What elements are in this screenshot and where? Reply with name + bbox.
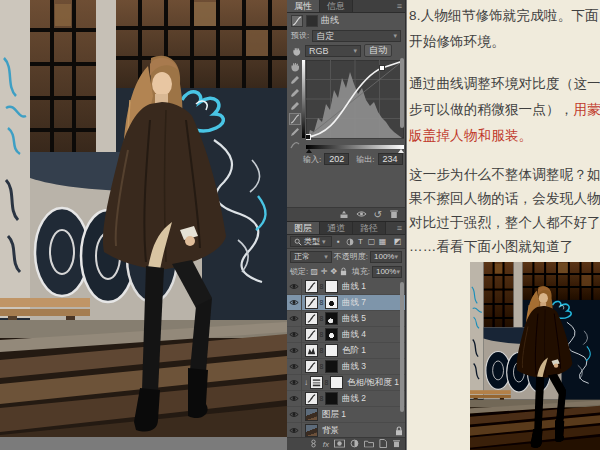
curves-adjustment-icon (291, 15, 303, 27)
layer-mask-thumbnail[interactable] (325, 280, 338, 293)
layer-row[interactable]: ↓ 8 色相/饱和度 1 (287, 375, 405, 391)
layer-row[interactable]: 8 曲线 3 (287, 359, 405, 375)
edit-points-icon[interactable] (290, 114, 300, 124)
layers-panel-menu-icon[interactable]: ≡ (394, 222, 405, 234)
fill-label: 填充: (352, 266, 370, 277)
curves-thumbnail[interactable] (305, 296, 318, 309)
auto-button[interactable]: 自动 (364, 44, 392, 57)
lock-position-icon[interactable]: ✥ (330, 267, 338, 276)
tutorial-line: 果不擦回人物的话，会发现人物 (407, 187, 600, 211)
layer-row[interactable]: 8 曲线 1 (287, 279, 405, 295)
layer-row[interactable]: 图层 1 (287, 407, 405, 423)
tab-channels[interactable]: 通道 (320, 222, 353, 234)
eye-icon[interactable] (287, 375, 302, 391)
layer-filter-dropdown[interactable]: 类型 ▾ (290, 236, 332, 247)
add-mask-icon[interactable] (334, 439, 345, 450)
channel-dropdown[interactable]: RGB▾ (305, 45, 361, 57)
delete-layer-icon[interactable] (392, 439, 401, 450)
tab-properties[interactable]: 属性 (287, 0, 320, 12)
preset-dropdown[interactable]: 自定▾ (312, 30, 401, 42)
eye-icon[interactable] (287, 391, 302, 407)
hue-saturation-thumbnail[interactable] (310, 376, 323, 389)
lock-transparent-icon[interactable]: ▨ (310, 267, 318, 276)
eye-icon[interactable] (287, 279, 302, 295)
output-value[interactable]: 234 (378, 153, 403, 165)
pencil-tool-icon[interactable] (290, 127, 300, 137)
contrast-preview-photo (470, 262, 600, 450)
curve-grid[interactable] (306, 60, 404, 150)
tab-paths[interactable]: 路径 (353, 222, 386, 234)
curves-thumbnail[interactable] (305, 280, 318, 293)
link-icon: 8 (318, 347, 325, 354)
filter-shape-icon[interactable]: ▢ (367, 237, 376, 246)
curves-thumbnail[interactable] (305, 328, 318, 341)
layer-row-selected[interactable]: 8 曲线 7 (287, 295, 405, 311)
curves-thumbnail[interactable] (305, 360, 318, 373)
tutorial-line: 开始修饰环境。 (407, 29, 600, 55)
tutorial-text-pane: 8.人物细节修饰就完成啦。下面 开始修饰环境。 通过曲线调整环境对比度（这一 步… (407, 0, 600, 450)
eye-icon[interactable] (287, 407, 302, 423)
layers-scrollbar[interactable] (400, 282, 404, 412)
targeted-adjustment-icon[interactable] (291, 45, 302, 56)
layer-mask-thumbnail[interactable] (325, 296, 338, 309)
layer-mask-thumbnail[interactable] (325, 328, 338, 341)
levels-thumbnail[interactable] (305, 344, 318, 357)
layer-mask-thumbnail[interactable] (330, 376, 343, 389)
main-photo (0, 0, 287, 437)
eye-icon[interactable] (287, 295, 302, 311)
eye-icon[interactable] (287, 359, 302, 375)
link-layers-icon[interactable] (309, 439, 318, 450)
filter-type-icon[interactable]: T (356, 237, 365, 246)
layer-row[interactable]: 8 曲线 2 (287, 391, 405, 407)
tab-info[interactable]: 信息 (320, 0, 353, 12)
visibility-eye-icon[interactable] (356, 210, 367, 220)
white-point-eyedropper-icon[interactable] (290, 101, 300, 111)
tutorial-line: ……看看下面小图就知道了 (407, 235, 600, 259)
delete-adjustment-icon[interactable] (389, 209, 399, 221)
input-value[interactable]: 202 (324, 153, 349, 165)
filter-adjustment-icon[interactable] (345, 237, 354, 246)
lock-all-icon[interactable] (340, 267, 348, 276)
layer-row[interactable]: 8 色阶 1 (287, 343, 405, 359)
layer-mask-thumbnail[interactable] (325, 392, 338, 405)
eye-icon[interactable] (287, 311, 302, 327)
new-layer-icon[interactable] (379, 439, 387, 450)
smooth-curve-icon[interactable] (290, 140, 300, 150)
eye-icon[interactable] (287, 327, 302, 343)
opacity-dropdown[interactable]: 100%▾ (370, 251, 402, 263)
filter-toggle-icon[interactable]: ◩ (393, 237, 402, 246)
new-group-icon[interactable] (364, 439, 374, 450)
layer-mask-thumbnail[interactable] (325, 344, 338, 357)
input-gradient-bar (306, 145, 404, 149)
tutorial-line: 步可以做的稍微狠一点），用蒙 (407, 97, 600, 123)
layer-mask-thumbnail[interactable] (325, 360, 338, 373)
layer-image-thumbnail[interactable] (305, 408, 318, 421)
filter-pixel-icon[interactable]: ▪ (334, 237, 343, 246)
clip-to-layer-icon[interactable] (339, 209, 349, 221)
fill-dropdown[interactable]: 100%▾ (372, 266, 402, 278)
white-slider[interactable] (398, 149, 404, 153)
gray-point-eyedropper-icon[interactable] (290, 88, 300, 98)
properties-panel: 属性 信息 ≡ 曲线 预设: 自定▾ RGB▾ 自动 (287, 0, 405, 222)
curves-thumbnail[interactable] (305, 312, 318, 325)
background-thumbnail[interactable] (305, 424, 318, 437)
layer-mask-thumbnail[interactable] (325, 312, 338, 325)
layer-style-icon[interactable]: fx (323, 440, 329, 449)
hand-tool-icon[interactable] (290, 62, 300, 72)
curves-thumbnail[interactable] (305, 392, 318, 405)
properties-scrollbar[interactable] (400, 58, 404, 128)
reset-icon[interactable]: ↺ (374, 210, 382, 220)
eye-icon[interactable] (287, 343, 302, 359)
blend-mode-dropdown[interactable]: 正常▾ (290, 251, 332, 263)
panel-menu-icon[interactable]: ≡ (394, 0, 405, 12)
black-slider[interactable] (306, 149, 312, 153)
lock-pixels-icon[interactable]: ✛ (320, 267, 328, 276)
black-point-eyedropper-icon[interactable] (290, 75, 300, 85)
filter-smart-icon[interactable]: ▦ (378, 237, 387, 246)
tab-layers[interactable]: 图层 (287, 222, 320, 234)
new-adjustment-layer-icon[interactable] (350, 439, 359, 450)
preset-label: 预设: (291, 30, 309, 41)
layer-row[interactable]: 8 曲线 4 (287, 327, 405, 343)
layer-row[interactable]: 8 曲线 5 (287, 311, 405, 327)
tutorial-line: 通过曲线调整环境对比度（这一 (407, 71, 600, 97)
